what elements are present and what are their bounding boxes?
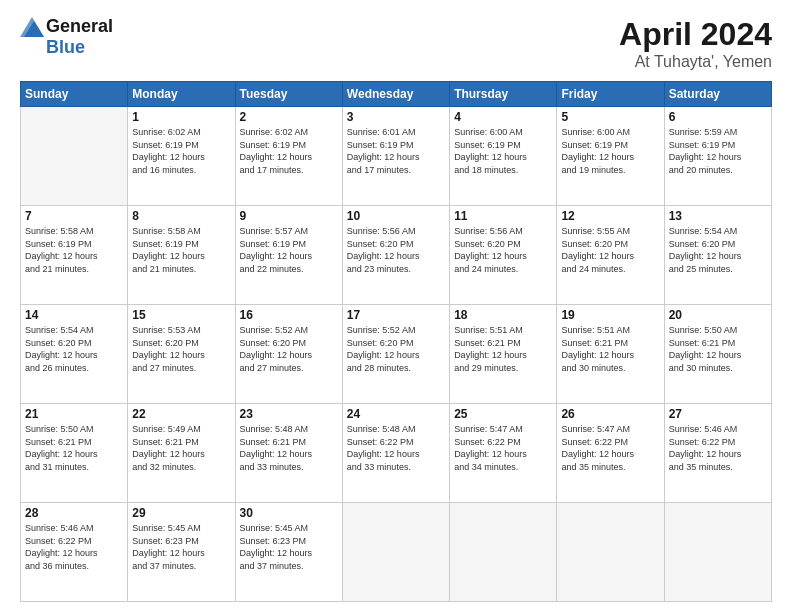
day-number: 23 xyxy=(240,407,338,421)
calendar-week-4: 21Sunrise: 5:50 AM Sunset: 6:21 PM Dayli… xyxy=(21,404,772,503)
header: General Blue April 2024 At Tuhayta', Yem… xyxy=(20,16,772,71)
day-number: 3 xyxy=(347,110,445,124)
day-info: Sunrise: 5:54 AM Sunset: 6:20 PM Dayligh… xyxy=(25,324,123,374)
day-info: Sunrise: 5:47 AM Sunset: 6:22 PM Dayligh… xyxy=(454,423,552,473)
calendar-cell xyxy=(21,107,128,206)
calendar-cell: 22Sunrise: 5:49 AM Sunset: 6:21 PM Dayli… xyxy=(128,404,235,503)
day-number: 7 xyxy=(25,209,123,223)
logo-icon xyxy=(20,17,44,37)
day-number: 30 xyxy=(240,506,338,520)
day-number: 18 xyxy=(454,308,552,322)
calendar-cell: 23Sunrise: 5:48 AM Sunset: 6:21 PM Dayli… xyxy=(235,404,342,503)
calendar-cell: 27Sunrise: 5:46 AM Sunset: 6:22 PM Dayli… xyxy=(664,404,771,503)
calendar-cell: 11Sunrise: 5:56 AM Sunset: 6:20 PM Dayli… xyxy=(450,206,557,305)
calendar-week-5: 28Sunrise: 5:46 AM Sunset: 6:22 PM Dayli… xyxy=(21,503,772,602)
calendar-week-1: 1Sunrise: 6:02 AM Sunset: 6:19 PM Daylig… xyxy=(21,107,772,206)
day-number: 27 xyxy=(669,407,767,421)
calendar-cell: 13Sunrise: 5:54 AM Sunset: 6:20 PM Dayli… xyxy=(664,206,771,305)
day-info: Sunrise: 6:01 AM Sunset: 6:19 PM Dayligh… xyxy=(347,126,445,176)
day-number: 22 xyxy=(132,407,230,421)
day-info: Sunrise: 5:51 AM Sunset: 6:21 PM Dayligh… xyxy=(454,324,552,374)
day-info: Sunrise: 6:00 AM Sunset: 6:19 PM Dayligh… xyxy=(561,126,659,176)
day-number: 14 xyxy=(25,308,123,322)
calendar-cell: 29Sunrise: 5:45 AM Sunset: 6:23 PM Dayli… xyxy=(128,503,235,602)
header-sunday: Sunday xyxy=(21,82,128,107)
day-info: Sunrise: 5:54 AM Sunset: 6:20 PM Dayligh… xyxy=(669,225,767,275)
header-friday: Friday xyxy=(557,82,664,107)
page: General Blue April 2024 At Tuhayta', Yem… xyxy=(0,0,792,612)
page-title: April 2024 xyxy=(619,16,772,53)
day-info: Sunrise: 5:48 AM Sunset: 6:22 PM Dayligh… xyxy=(347,423,445,473)
day-info: Sunrise: 5:50 AM Sunset: 6:21 PM Dayligh… xyxy=(25,423,123,473)
day-info: Sunrise: 5:46 AM Sunset: 6:22 PM Dayligh… xyxy=(25,522,123,572)
header-tuesday: Tuesday xyxy=(235,82,342,107)
calendar-cell: 2Sunrise: 6:02 AM Sunset: 6:19 PM Daylig… xyxy=(235,107,342,206)
day-info: Sunrise: 5:49 AM Sunset: 6:21 PM Dayligh… xyxy=(132,423,230,473)
day-info: Sunrise: 5:59 AM Sunset: 6:19 PM Dayligh… xyxy=(669,126,767,176)
day-number: 10 xyxy=(347,209,445,223)
header-monday: Monday xyxy=(128,82,235,107)
day-number: 13 xyxy=(669,209,767,223)
day-number: 20 xyxy=(669,308,767,322)
day-info: Sunrise: 5:58 AM Sunset: 6:19 PM Dayligh… xyxy=(132,225,230,275)
day-number: 4 xyxy=(454,110,552,124)
calendar-cell: 15Sunrise: 5:53 AM Sunset: 6:20 PM Dayli… xyxy=(128,305,235,404)
calendar-cell: 1Sunrise: 6:02 AM Sunset: 6:19 PM Daylig… xyxy=(128,107,235,206)
day-info: Sunrise: 6:00 AM Sunset: 6:19 PM Dayligh… xyxy=(454,126,552,176)
day-info: Sunrise: 5:56 AM Sunset: 6:20 PM Dayligh… xyxy=(454,225,552,275)
calendar-cell xyxy=(450,503,557,602)
day-info: Sunrise: 5:47 AM Sunset: 6:22 PM Dayligh… xyxy=(561,423,659,473)
calendar-cell: 25Sunrise: 5:47 AM Sunset: 6:22 PM Dayli… xyxy=(450,404,557,503)
day-number: 16 xyxy=(240,308,338,322)
logo: General Blue xyxy=(20,16,113,58)
calendar-header-row: Sunday Monday Tuesday Wednesday Thursday… xyxy=(21,82,772,107)
day-info: Sunrise: 5:46 AM Sunset: 6:22 PM Dayligh… xyxy=(669,423,767,473)
day-info: Sunrise: 6:02 AM Sunset: 6:19 PM Dayligh… xyxy=(240,126,338,176)
calendar-cell: 26Sunrise: 5:47 AM Sunset: 6:22 PM Dayli… xyxy=(557,404,664,503)
day-number: 2 xyxy=(240,110,338,124)
calendar-cell: 9Sunrise: 5:57 AM Sunset: 6:19 PM Daylig… xyxy=(235,206,342,305)
calendar-table: Sunday Monday Tuesday Wednesday Thursday… xyxy=(20,81,772,602)
calendar-cell: 3Sunrise: 6:01 AM Sunset: 6:19 PM Daylig… xyxy=(342,107,449,206)
day-number: 17 xyxy=(347,308,445,322)
calendar-cell xyxy=(342,503,449,602)
calendar-cell: 17Sunrise: 5:52 AM Sunset: 6:20 PM Dayli… xyxy=(342,305,449,404)
calendar-week-3: 14Sunrise: 5:54 AM Sunset: 6:20 PM Dayli… xyxy=(21,305,772,404)
calendar-cell: 4Sunrise: 6:00 AM Sunset: 6:19 PM Daylig… xyxy=(450,107,557,206)
calendar-cell: 28Sunrise: 5:46 AM Sunset: 6:22 PM Dayli… xyxy=(21,503,128,602)
day-info: Sunrise: 5:50 AM Sunset: 6:21 PM Dayligh… xyxy=(669,324,767,374)
calendar-cell: 12Sunrise: 5:55 AM Sunset: 6:20 PM Dayli… xyxy=(557,206,664,305)
calendar-cell: 21Sunrise: 5:50 AM Sunset: 6:21 PM Dayli… xyxy=(21,404,128,503)
calendar-cell: 5Sunrise: 6:00 AM Sunset: 6:19 PM Daylig… xyxy=(557,107,664,206)
calendar-week-2: 7Sunrise: 5:58 AM Sunset: 6:19 PM Daylig… xyxy=(21,206,772,305)
day-number: 5 xyxy=(561,110,659,124)
logo-blue-text: Blue xyxy=(46,37,85,58)
day-number: 11 xyxy=(454,209,552,223)
day-number: 21 xyxy=(25,407,123,421)
calendar-cell: 10Sunrise: 5:56 AM Sunset: 6:20 PM Dayli… xyxy=(342,206,449,305)
day-number: 12 xyxy=(561,209,659,223)
header-thursday: Thursday xyxy=(450,82,557,107)
day-number: 9 xyxy=(240,209,338,223)
calendar-cell: 24Sunrise: 5:48 AM Sunset: 6:22 PM Dayli… xyxy=(342,404,449,503)
day-number: 8 xyxy=(132,209,230,223)
calendar-cell: 7Sunrise: 5:58 AM Sunset: 6:19 PM Daylig… xyxy=(21,206,128,305)
logo-general-text: General xyxy=(46,16,113,37)
day-info: Sunrise: 5:48 AM Sunset: 6:21 PM Dayligh… xyxy=(240,423,338,473)
calendar-cell: 6Sunrise: 5:59 AM Sunset: 6:19 PM Daylig… xyxy=(664,107,771,206)
calendar-cell xyxy=(664,503,771,602)
day-info: Sunrise: 6:02 AM Sunset: 6:19 PM Dayligh… xyxy=(132,126,230,176)
day-number: 15 xyxy=(132,308,230,322)
day-info: Sunrise: 5:55 AM Sunset: 6:20 PM Dayligh… xyxy=(561,225,659,275)
day-number: 29 xyxy=(132,506,230,520)
title-block: April 2024 At Tuhayta', Yemen xyxy=(619,16,772,71)
day-number: 19 xyxy=(561,308,659,322)
day-info: Sunrise: 5:52 AM Sunset: 6:20 PM Dayligh… xyxy=(347,324,445,374)
calendar-cell: 14Sunrise: 5:54 AM Sunset: 6:20 PM Dayli… xyxy=(21,305,128,404)
day-number: 25 xyxy=(454,407,552,421)
day-info: Sunrise: 5:45 AM Sunset: 6:23 PM Dayligh… xyxy=(132,522,230,572)
calendar-cell: 30Sunrise: 5:45 AM Sunset: 6:23 PM Dayli… xyxy=(235,503,342,602)
day-info: Sunrise: 5:58 AM Sunset: 6:19 PM Dayligh… xyxy=(25,225,123,275)
calendar-cell: 18Sunrise: 5:51 AM Sunset: 6:21 PM Dayli… xyxy=(450,305,557,404)
day-info: Sunrise: 5:56 AM Sunset: 6:20 PM Dayligh… xyxy=(347,225,445,275)
